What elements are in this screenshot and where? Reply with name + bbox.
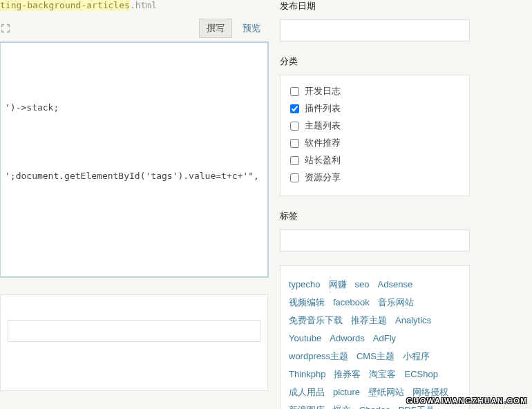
slug-display: ting-background-articles.html bbox=[0, 0, 269, 15]
tag-link[interactable]: 成人用品 bbox=[289, 383, 325, 401]
tag-link[interactable]: wordpress主题 bbox=[289, 348, 348, 365]
tag-link[interactable]: Analytics bbox=[395, 312, 431, 330]
tag-link[interactable]: 音乐网站 bbox=[378, 294, 414, 312]
tags-title: 标签 bbox=[280, 210, 470, 222]
tag-link[interactable]: seo bbox=[355, 276, 370, 294]
fullscreen-icon[interactable] bbox=[0, 23, 11, 34]
category-item: 插件列表 bbox=[290, 102, 459, 115]
custom-field-input[interactable] bbox=[8, 320, 260, 342]
tags-section: 标签 bbox=[280, 210, 470, 251]
tag-link[interactable]: CMS主题 bbox=[357, 348, 395, 365]
tag-link[interactable]: 免费音乐下载 bbox=[289, 312, 343, 330]
watermark: GUOWAIWANGZHUAN.COM bbox=[406, 397, 528, 405]
tag-link[interactable]: Adsense bbox=[378, 276, 413, 294]
tag-cloud-panel: typecho网赚seoAdsense视频编辑facebook音乐网站免费音乐下… bbox=[280, 265, 470, 409]
category-checkbox[interactable] bbox=[290, 139, 299, 148]
tag-link[interactable]: Charles bbox=[359, 401, 390, 409]
tag-link[interactable]: Youtube bbox=[289, 330, 321, 348]
category-item: 开发日志 bbox=[290, 85, 459, 97]
category-item: 主题列表 bbox=[290, 120, 459, 132]
category-checkbox[interactable] bbox=[290, 104, 299, 113]
tag-link[interactable]: picture bbox=[333, 383, 360, 401]
category-label: 开发日志 bbox=[305, 85, 341, 97]
tag-link[interactable]: ECShop bbox=[404, 365, 437, 383]
content-editor[interactable] bbox=[0, 42, 268, 277]
tag-link[interactable]: 壁纸网站 bbox=[368, 383, 404, 401]
write-tab[interactable]: 撰写 bbox=[199, 19, 232, 38]
tag-link[interactable]: typecho bbox=[289, 276, 321, 294]
category-label: 主题列表 bbox=[305, 120, 341, 132]
category-panel: 开发日志插件列表主题列表软件推荐站长盈利资源分享 bbox=[280, 75, 470, 196]
tag-link[interactable]: 推券客 bbox=[334, 365, 361, 383]
category-checkbox[interactable] bbox=[290, 122, 299, 131]
tag-link[interactable]: 推荐主题 bbox=[351, 312, 387, 330]
category-checkbox[interactable] bbox=[290, 173, 299, 182]
tag-link[interactable]: 小程序 bbox=[403, 348, 430, 365]
tag-link[interactable]: 爆文 bbox=[333, 401, 351, 409]
category-item: 站长盈利 bbox=[290, 154, 459, 167]
category-label: 软件推荐 bbox=[305, 137, 341, 149]
category-label: 资源分享 bbox=[305, 171, 341, 184]
publish-date-input[interactable] bbox=[280, 19, 470, 41]
category-label: 站长盈利 bbox=[305, 154, 341, 167]
tag-link[interactable]: 视频编辑 bbox=[289, 294, 325, 312]
category-item: 软件推荐 bbox=[290, 137, 459, 149]
publish-date-section: 发布日期 bbox=[280, 0, 470, 41]
tag-link[interactable]: 新浪图床 bbox=[289, 401, 325, 409]
preview-tab[interactable]: 预览 bbox=[235, 19, 268, 38]
category-item: 资源分享 bbox=[290, 171, 459, 184]
category-title: 分类 bbox=[280, 55, 470, 68]
tag-link[interactable]: facebook bbox=[333, 294, 370, 312]
custom-fields-panel bbox=[0, 294, 268, 391]
category-section: 分类 开发日志插件列表主题列表软件推荐站长盈利资源分享 bbox=[280, 55, 470, 196]
tag-link[interactable]: AdFly bbox=[373, 330, 396, 348]
category-checkbox[interactable] bbox=[290, 156, 299, 165]
publish-date-title: 发布日期 bbox=[280, 0, 470, 12]
tags-input[interactable] bbox=[280, 229, 470, 251]
tag-link[interactable]: 淘宝客 bbox=[369, 365, 396, 383]
category-checkbox[interactable] bbox=[290, 87, 299, 96]
editor-toolbar: 撰写 预览 bbox=[0, 15, 269, 42]
tag-link[interactable]: 网赚 bbox=[329, 276, 347, 294]
category-label: 插件列表 bbox=[305, 102, 341, 115]
tag-link[interactable]: Thinkphp bbox=[289, 365, 325, 383]
tag-link[interactable]: Adwords bbox=[330, 330, 365, 348]
